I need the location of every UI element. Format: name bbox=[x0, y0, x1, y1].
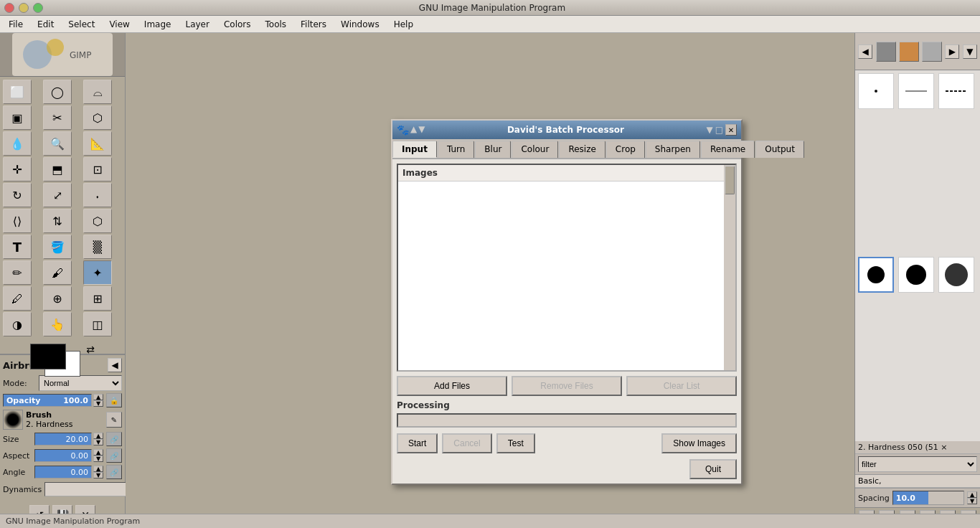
brush-cell-5[interactable] bbox=[938, 257, 974, 293]
colorpick-tool[interactable]: 💧 bbox=[3, 131, 32, 156]
dodge-tool[interactable]: ◑ bbox=[3, 312, 32, 336]
crop-tool[interactable]: ⊡ bbox=[83, 157, 112, 182]
opacity-up[interactable]: ▲ bbox=[93, 394, 103, 400]
menu-view[interactable]: View bbox=[103, 18, 135, 31]
aspect-up[interactable]: ▲ bbox=[93, 449, 103, 456]
angle-up[interactable]: ▲ bbox=[93, 466, 103, 472]
menu-select[interactable]: Select bbox=[62, 18, 100, 31]
shear-tool[interactable]: ⬪ bbox=[83, 183, 112, 207]
tab-sharpen[interactable]: Sharpen bbox=[646, 141, 700, 158]
size-lock[interactable]: 🔗 bbox=[106, 432, 122, 446]
paintbucket-tool[interactable]: 🪣 bbox=[43, 235, 72, 259]
opacity-down[interactable]: ▼ bbox=[93, 400, 103, 407]
dialog-restore-icon[interactable]: □ bbox=[715, 125, 723, 135]
free-select-tool[interactable]: ⌓ bbox=[83, 80, 112, 104]
pencil-tool[interactable]: ✏ bbox=[3, 260, 32, 285]
tab-blur[interactable]: Blur bbox=[475, 141, 511, 158]
menu-image[interactable]: Image bbox=[138, 18, 177, 31]
brush-cell-3[interactable] bbox=[938, 73, 974, 109]
brush-panel-settings[interactable]: ▼ bbox=[963, 44, 977, 59]
foreground-color[interactable] bbox=[30, 344, 66, 369]
minimize-button[interactable] bbox=[19, 3, 29, 13]
close-button[interactable] bbox=[4, 3, 14, 13]
dialog-expand-btn[interactable]: ▼ bbox=[418, 124, 425, 136]
menu-windows[interactable]: Windows bbox=[335, 18, 385, 31]
cancel-button[interactable]: Cancel bbox=[442, 433, 491, 453]
remove-files-button[interactable]: Remove Files bbox=[512, 376, 622, 396]
eraser-tool[interactable]: ◫ bbox=[83, 312, 112, 336]
menu-colors[interactable]: Colors bbox=[218, 18, 257, 31]
brush-cell-hardness-050[interactable] bbox=[858, 257, 894, 293]
smudge-tool[interactable]: 👆 bbox=[43, 312, 72, 336]
rect-select-tool[interactable]: ⬜ bbox=[3, 80, 32, 104]
opacity-bar[interactable]: Opacity 100.0 bbox=[3, 394, 92, 407]
ink-tool[interactable]: 🖊 bbox=[3, 286, 32, 311]
ellipse-select-tool[interactable]: ◯ bbox=[43, 80, 72, 104]
brush-spacing-up[interactable]: ▲ bbox=[967, 491, 977, 498]
brush-spacing-bar[interactable]: 10.0 bbox=[892, 491, 964, 505]
zoom-tool[interactable]: 🔍 bbox=[43, 131, 72, 156]
clone-tool[interactable]: ⊕ bbox=[43, 286, 72, 311]
brush-filter-select[interactable]: filter bbox=[858, 456, 977, 472]
airbrush-tool[interactable]: ✦ bbox=[83, 260, 112, 285]
cage-tool[interactable]: ⬡ bbox=[83, 209, 112, 233]
images-scrollbar[interactable] bbox=[724, 165, 735, 370]
test-button[interactable]: Test bbox=[496, 433, 535, 453]
opacity-lock[interactable]: 🔒 bbox=[106, 393, 122, 407]
menu-help[interactable]: Help bbox=[388, 18, 419, 31]
rotate-tool[interactable]: ↻ bbox=[3, 183, 32, 207]
tab-resize[interactable]: Resize bbox=[559, 141, 605, 158]
show-images-button[interactable]: Show Images bbox=[661, 433, 737, 453]
size-bar[interactable]: 20.00 bbox=[34, 433, 92, 446]
paintbrush-tool[interactable]: 🖌 bbox=[43, 260, 72, 285]
angle-down[interactable]: ▼ bbox=[93, 472, 103, 478]
clear-list-button[interactable]: Clear List bbox=[626, 376, 737, 396]
menu-edit[interactable]: Edit bbox=[32, 18, 60, 31]
scrollbar-thumb[interactable] bbox=[725, 166, 735, 194]
fg-select-tool[interactable]: ⬡ bbox=[83, 105, 112, 130]
size-down[interactable]: ▼ bbox=[93, 439, 103, 446]
brush-panel-nav-prev[interactable]: ◀ bbox=[858, 44, 872, 59]
angle-bar[interactable]: 0.00 bbox=[34, 466, 92, 478]
size-up[interactable]: ▲ bbox=[93, 433, 103, 439]
quit-button[interactable]: Quit bbox=[689, 459, 737, 479]
aspect-down[interactable]: ▼ bbox=[93, 456, 103, 462]
start-button[interactable]: Start bbox=[397, 433, 438, 453]
tab-input[interactable]: Input bbox=[392, 141, 437, 158]
mode-select[interactable]: Normal bbox=[39, 375, 122, 391]
brush-edit-button[interactable]: ✎ bbox=[106, 412, 122, 428]
dialog-collapse-btn[interactable]: ▲ bbox=[410, 124, 417, 136]
tool-options-collapse[interactable]: ◀ bbox=[108, 358, 122, 372]
menu-file[interactable]: File bbox=[3, 18, 29, 31]
align-tool[interactable]: ⬒ bbox=[43, 157, 72, 182]
scissors-tool[interactable]: ✂ bbox=[43, 105, 72, 130]
aspect-lock[interactable]: 🔗 bbox=[106, 448, 122, 463]
tab-turn[interactable]: Turn bbox=[438, 141, 474, 158]
maximize-button[interactable] bbox=[33, 3, 43, 13]
brush-palettes-icon[interactable] bbox=[922, 42, 942, 62]
flip-tool[interactable]: ⇅ bbox=[43, 209, 72, 233]
brush-gradients-icon[interactable] bbox=[899, 42, 919, 62]
tab-output[interactable]: Output bbox=[755, 141, 804, 158]
brush-panel-nav-next[interactable]: ▶ bbox=[945, 44, 959, 59]
swap-colors-icon[interactable]: ⇄ bbox=[86, 344, 95, 355]
rect-select2-tool[interactable]: ▣ bbox=[3, 105, 32, 130]
add-files-button[interactable]: Add Files bbox=[397, 376, 507, 396]
menu-layer[interactable]: Layer bbox=[179, 18, 215, 31]
scale-tool[interactable]: ⤢ bbox=[43, 183, 72, 207]
tab-rename[interactable]: Rename bbox=[701, 141, 755, 158]
heal-tool[interactable]: ⊞ bbox=[83, 286, 112, 311]
brush-spacing-down[interactable]: ▼ bbox=[967, 498, 977, 504]
brush-cell-4[interactable] bbox=[898, 257, 934, 293]
dialog-minimize-icon[interactable]: ▼ bbox=[706, 125, 712, 135]
blend-tool[interactable]: ▒ bbox=[83, 235, 112, 259]
tab-crop[interactable]: Crop bbox=[606, 141, 645, 158]
tab-colour[interactable]: Colour bbox=[512, 141, 558, 158]
menu-filters[interactable]: Filters bbox=[295, 18, 332, 31]
move-tool[interactable]: ✛ bbox=[3, 157, 32, 182]
brush-cell-2[interactable] bbox=[898, 73, 934, 109]
measure-tool[interactable]: 📐 bbox=[83, 131, 112, 156]
perspective-tool[interactable]: ⟨⟩ bbox=[3, 209, 32, 233]
angle-lock[interactable]: 🔗 bbox=[106, 465, 122, 479]
aspect-bar[interactable]: 0.00 bbox=[34, 449, 92, 462]
